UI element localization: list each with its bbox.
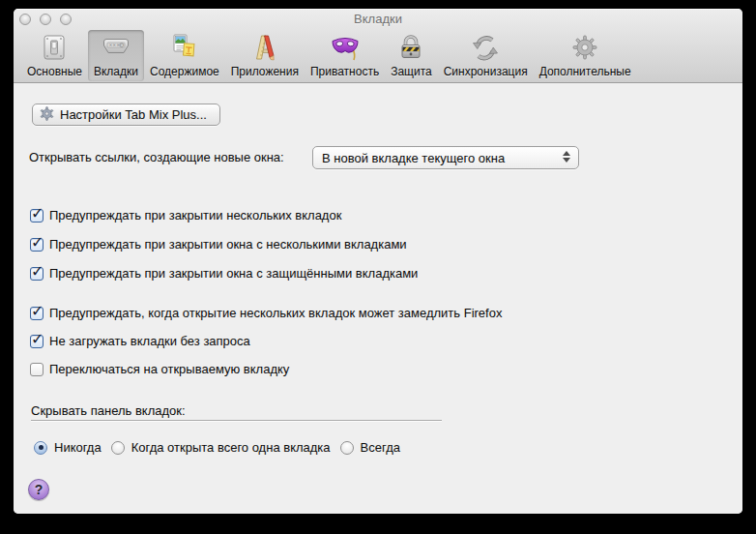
checkbox-label: Не загружать вкладки без запроса — [49, 334, 250, 348]
radio-label: Всегда — [361, 440, 400, 455]
window-chrome: Вкладки Основные — [14, 9, 742, 83]
checkbox[interactable] — [30, 363, 44, 376]
content-icon — [167, 33, 202, 64]
checkbox[interactable] — [30, 267, 44, 281]
svg-text:×××: ××× — [108, 43, 120, 47]
checkbox-label: Переключаться на открываемую вкладку — [49, 362, 289, 376]
toolbar-tab-security[interactable]: Защита — [385, 30, 438, 81]
checkbox-row[interactable]: Переключаться на открываемую вкладку — [30, 361, 289, 377]
checkbox[interactable] — [30, 307, 44, 320]
security-lock-icon — [393, 33, 428, 64]
radio-never[interactable] — [34, 441, 47, 455]
tab-mix-plus-label: Настройки Tab Mix Plus... — [60, 107, 207, 122]
checkbox-label: Предупреждать при закрытии нескольких вк… — [49, 208, 341, 222]
preferences-toolbar: Основные ××× × Вкладки — [14, 30, 742, 82]
open-links-label: Открывать ссылки, создающие новые окна: — [29, 150, 284, 164]
advanced-gear-icon — [567, 33, 602, 64]
toolbar-tab-content[interactable]: Содержимое — [144, 30, 225, 81]
checkbox-label: Предупреждать при закрытии окна с защищё… — [49, 266, 418, 281]
stepper-arrows-icon — [563, 151, 570, 163]
tabs-preferences-pane: Настройки Tab Mix Plus... Открывать ссыл… — [14, 83, 742, 514]
applications-icon — [247, 33, 282, 64]
window-title: Вкладки — [14, 12, 742, 26]
group-separator — [31, 420, 442, 421]
radio-single-tab[interactable] — [111, 441, 125, 455]
checkbox[interactable] — [30, 238, 44, 252]
checkbox-row[interactable]: Предупреждать, когда открытие нескольких… — [30, 305, 502, 321]
checkbox[interactable] — [30, 335, 44, 348]
toolbar-tab-applications[interactable]: Приложения — [225, 30, 305, 81]
help-button[interactable]: ? — [28, 479, 49, 500]
open-links-selected-value: В новой вкладке текущего окна — [313, 151, 505, 165]
toolbar-tab-tabs[interactable]: ××× × Вкладки — [88, 30, 144, 81]
hide-tabbar-group-label: Скрывать панель вкладок: — [31, 403, 186, 418]
checkbox-row[interactable]: Предупреждать при закрытии нескольких вк… — [30, 207, 341, 223]
tabs-icon: ××× × — [99, 33, 133, 64]
svg-text:×: × — [120, 43, 123, 47]
privacy-mask-icon — [328, 33, 363, 64]
titlebar[interactable]: Вкладки — [14, 9, 742, 30]
toolbar-tab-advanced[interactable]: Дополнительные — [534, 30, 637, 81]
checkbox[interactable] — [30, 209, 44, 222]
checkbox-row[interactable]: Не загружать вкладки без запроса — [30, 333, 250, 349]
checkbox-label: Предупреждать, когда открытие нескольких… — [49, 306, 502, 320]
toolbar-tab-general[interactable]: Основные — [21, 30, 88, 81]
radio-label: Никогда — [54, 440, 102, 455]
preferences-window: Вкладки Основные — [14, 9, 742, 514]
toolbar-tab-label: Приложения — [231, 65, 299, 78]
general-switch-icon — [37, 33, 72, 64]
checkbox-row[interactable]: Предупреждать при закрытии окна с нескол… — [30, 236, 407, 252]
gear-icon — [40, 106, 54, 124]
toolbar-tab-label: Приватность — [310, 65, 379, 78]
tab-mix-plus-settings-button[interactable]: Настройки Tab Mix Plus... — [32, 104, 220, 126]
open-links-select[interactable]: В новой вкладке текущего окна — [312, 146, 579, 169]
toolbar-tab-label: Основные — [27, 65, 82, 78]
toolbar-tab-label: Защита — [391, 65, 432, 78]
sync-icon — [468, 33, 503, 64]
toolbar-tab-label: Синхронизация — [444, 65, 528, 78]
toolbar-tab-sync[interactable]: Синхронизация — [438, 30, 534, 81]
hide-tabbar-radio-group: Никогда Когда открыта всего одна вкладка… — [34, 439, 403, 456]
toolbar-tab-label: Содержимое — [150, 65, 219, 78]
toolbar-tab-privacy[interactable]: Приватность — [305, 30, 385, 81]
radio-always[interactable] — [340, 441, 354, 455]
checkbox-label: Предупреждать при закрытии окна с нескол… — [49, 237, 407, 252]
checkbox-row[interactable]: Предупреждать при закрытии окна с защищё… — [30, 265, 418, 282]
toolbar-tab-label: Вкладки — [94, 65, 138, 78]
radio-label: Когда открыта всего одна вкладка — [131, 440, 331, 455]
toolbar-tab-label: Дополнительные — [539, 65, 631, 78]
